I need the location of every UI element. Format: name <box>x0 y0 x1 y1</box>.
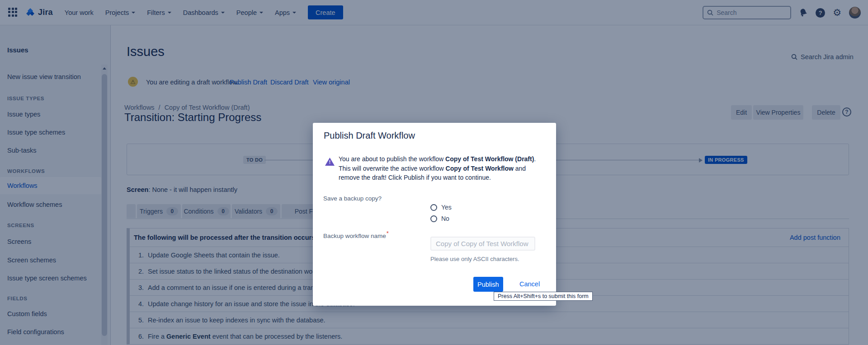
ascii-helper-text: Please use only ASCII characters. <box>430 256 519 262</box>
backup-question-label: Save a backup copy? <box>323 195 382 202</box>
modal-warning-text: You are about to publish the workflow Co… <box>339 154 552 182</box>
backup-radio-yes[interactable]: Yes <box>430 204 452 211</box>
backup-name-input[interactable] <box>430 237 535 251</box>
warning-triangle-icon: ! <box>325 158 335 166</box>
backup-name-label: Backup workflow name* <box>323 230 389 239</box>
publish-draft-workflow-modal: Publish Draft Workflow ! You are about t… <box>313 123 556 306</box>
required-asterisk: * <box>387 230 389 237</box>
backup-radio-no[interactable]: No <box>430 215 449 222</box>
jira-admin-screen: Jira Your work Projects Filters Dashboar… <box>0 0 868 345</box>
submit-shortcut-tooltip: Press Alt+Shift+s to submit this form <box>494 292 593 301</box>
radio-circle[interactable] <box>430 215 437 222</box>
modal-title: Publish Draft Workflow <box>324 131 415 141</box>
cancel-link[interactable]: Cancel <box>519 280 540 288</box>
publish-button[interactable]: Publish <box>473 277 503 292</box>
radio-circle[interactable] <box>430 204 437 211</box>
